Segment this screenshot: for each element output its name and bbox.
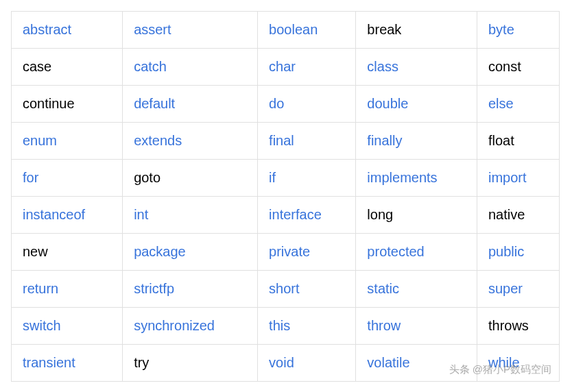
- keyword-plain-cell: continue: [12, 86, 123, 123]
- keyword-link-cell[interactable]: return: [12, 271, 123, 308]
- table-body: abstractassertbooleanbreakbytecasecatchc…: [12, 12, 560, 382]
- keyword-plain-cell: new: [12, 234, 123, 271]
- keyword-plain-cell: break: [356, 12, 477, 49]
- keyword-link-cell[interactable]: this: [258, 308, 356, 345]
- keyword-link-cell[interactable]: enum: [12, 123, 123, 160]
- keyword-link-cell[interactable]: implements: [356, 160, 477, 197]
- keyword-link-cell[interactable]: class: [356, 49, 477, 86]
- table-row: instanceofintinterfacelongnative: [12, 197, 560, 234]
- keyword-link-cell[interactable]: protected: [356, 234, 477, 271]
- keyword-plain-cell: throws: [477, 308, 559, 345]
- table-row: switchsynchronizedthisthrowthrows: [12, 308, 560, 345]
- keyword-link-cell[interactable]: package: [123, 234, 258, 271]
- keyword-link-cell[interactable]: default: [123, 86, 258, 123]
- keyword-link-cell[interactable]: else: [477, 86, 559, 123]
- table-row: abstractassertbooleanbreakbyte: [12, 12, 560, 49]
- keyword-plain-cell: case: [12, 49, 123, 86]
- keywords-table: abstractassertbooleanbreakbytecasecatchc…: [11, 11, 560, 382]
- table-row: returnstrictfpshortstaticsuper: [12, 271, 560, 308]
- keyword-link-cell[interactable]: abstract: [12, 12, 123, 49]
- keyword-link-cell[interactable]: final: [258, 123, 356, 160]
- keyword-link-cell[interactable]: transient: [12, 345, 123, 382]
- keyword-link-cell[interactable]: boolean: [258, 12, 356, 49]
- keyword-link-cell[interactable]: for: [12, 160, 123, 197]
- keyword-link-cell[interactable]: switch: [12, 308, 123, 345]
- keyword-link-cell[interactable]: double: [356, 86, 477, 123]
- table-row: casecatchcharclassconst: [12, 49, 560, 86]
- keyword-link-cell[interactable]: strictfp: [123, 271, 258, 308]
- keyword-link-cell[interactable]: synchronized: [123, 308, 258, 345]
- keyword-link-cell[interactable]: private: [258, 234, 356, 271]
- keyword-link-cell[interactable]: interface: [258, 197, 356, 234]
- keyword-link-cell[interactable]: throw: [356, 308, 477, 345]
- keyword-link-cell[interactable]: super: [477, 271, 559, 308]
- table-row: forgotoifimplementsimport: [12, 160, 560, 197]
- keyword-plain-cell: long: [356, 197, 477, 234]
- keyword-link-cell[interactable]: if: [258, 160, 356, 197]
- keyword-link-cell[interactable]: volatile: [356, 345, 477, 382]
- keyword-link-cell[interactable]: short: [258, 271, 356, 308]
- table-row: newpackageprivateprotectedpublic: [12, 234, 560, 271]
- keyword-link-cell[interactable]: void: [258, 345, 356, 382]
- keyword-plain-cell: goto: [123, 160, 258, 197]
- keyword-link-cell[interactable]: while: [477, 345, 559, 382]
- table-row: enumextendsfinalfinallyfloat: [12, 123, 560, 160]
- keyword-link-cell[interactable]: do: [258, 86, 356, 123]
- keyword-link-cell[interactable]: extends: [123, 123, 258, 160]
- keyword-plain-cell: float: [477, 123, 559, 160]
- keyword-link-cell[interactable]: static: [356, 271, 477, 308]
- keyword-link-cell[interactable]: char: [258, 49, 356, 86]
- keyword-link-cell[interactable]: assert: [123, 12, 258, 49]
- table-row: transienttryvoidvolatilewhile: [12, 345, 560, 382]
- keyword-plain-cell: const: [477, 49, 559, 86]
- table-row: continuedefaultdodoubleelse: [12, 86, 560, 123]
- keyword-link-cell[interactable]: import: [477, 160, 559, 197]
- keyword-link-cell[interactable]: finally: [356, 123, 477, 160]
- keyword-plain-cell: native: [477, 197, 559, 234]
- keyword-link-cell[interactable]: int: [123, 197, 258, 234]
- keyword-link-cell[interactable]: instanceof: [12, 197, 123, 234]
- keyword-link-cell[interactable]: catch: [123, 49, 258, 86]
- keyword-link-cell[interactable]: byte: [477, 12, 559, 49]
- keyword-plain-cell: try: [123, 345, 258, 382]
- keyword-link-cell[interactable]: public: [477, 234, 559, 271]
